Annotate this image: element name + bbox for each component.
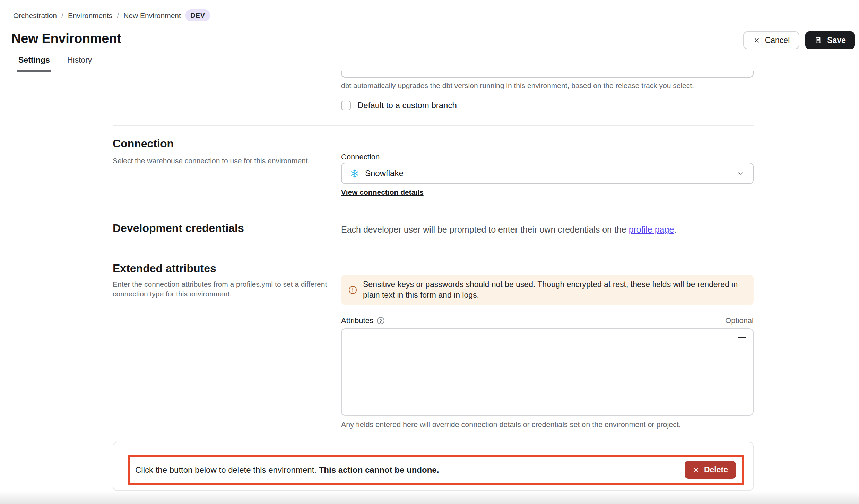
delete-text-bold: This action cannot be undone.	[319, 465, 439, 475]
attributes-helper-text: Any fields entered here will override co…	[341, 420, 681, 429]
tab-history[interactable]: History	[66, 55, 94, 71]
tab-settings[interactable]: Settings	[17, 55, 51, 72]
extended-attributes-description: Enter the connection attributes from a p…	[113, 279, 331, 299]
breadcrumb: Orchestration / Environments / New Envir…	[13, 9, 210, 21]
attributes-label: Attributes	[341, 316, 373, 325]
header-actions: Cancel Save	[743, 31, 855, 49]
breadcrumb-separator: /	[61, 11, 63, 20]
breadcrumb-item-new-environment[interactable]: New Environment	[123, 11, 181, 20]
sensitive-keys-warning: Sensitive keys or passwords should not b…	[341, 275, 754, 305]
cancel-button-label: Cancel	[765, 36, 790, 45]
delete-environment-highlight: Click the button below to delete this en…	[128, 455, 744, 485]
env-type-badge: DEV	[185, 9, 210, 21]
dev-credentials-text: Each developer user will be prompted to …	[341, 225, 676, 235]
cancel-button[interactable]: Cancel	[743, 31, 800, 49]
delete-environment-text: Click the button below to delete this en…	[135, 465, 439, 475]
delete-button[interactable]: Delete	[685, 461, 736, 479]
section-divider	[113, 247, 754, 247]
profile-page-link[interactable]: profile page	[629, 225, 674, 234]
tab-bar: Settings History	[17, 55, 93, 71]
connection-section-description: Select the warehouse connection to use f…	[113, 156, 310, 166]
help-icon[interactable]: ?	[377, 317, 384, 324]
warning-text: Sensitive keys or passwords should not b…	[363, 279, 747, 301]
warning-icon	[348, 285, 357, 295]
dev-credentials-section-title: Development credentials	[113, 222, 244, 235]
close-icon	[753, 36, 761, 44]
page-header: Orchestration / Environments / New Envir…	[0, 0, 859, 71]
dev-credentials-text-before: Each developer user will be prompted to …	[341, 225, 629, 234]
release-track-helper-text: dbt automatically upgrades the dbt versi…	[341, 81, 694, 90]
delete-environment-card: Click the button below to delete this en…	[113, 442, 754, 491]
custom-branch-row: Default to a custom branch	[341, 101, 457, 110]
connection-select[interactable]: Snowflake	[341, 163, 754, 184]
connection-section-title: Connection	[113, 137, 174, 150]
save-button-label: Save	[827, 36, 846, 45]
optional-label: Optional	[725, 316, 754, 325]
custom-branch-checkbox[interactable]	[341, 101, 351, 110]
breadcrumb-separator: /	[117, 11, 119, 20]
view-connection-details-link[interactable]: View connection details	[341, 188, 424, 197]
breadcrumb-item-orchestration[interactable]: Orchestration	[13, 11, 57, 20]
connection-selected-value: Snowflake	[365, 168, 404, 178]
chevron-down-icon	[736, 169, 745, 177]
release-track-field-partial[interactable]	[341, 71, 754, 78]
save-button[interactable]: Save	[805, 31, 855, 49]
snowflake-icon	[350, 169, 359, 178]
attributes-label-row: Attributes ? Optional	[341, 316, 754, 325]
page-title: New Environment	[11, 31, 121, 46]
delete-x-icon	[693, 467, 700, 473]
section-divider	[113, 125, 754, 126]
custom-branch-label: Default to a custom branch	[357, 101, 457, 110]
connection-field-label: Connection	[341, 153, 380, 162]
save-icon	[814, 36, 823, 44]
delete-button-label: Delete	[704, 465, 728, 475]
collapse-editor-icon[interactable]	[738, 337, 746, 338]
delete-text-normal: Click the button below to delete this en…	[135, 465, 319, 475]
section-divider	[113, 212, 754, 212]
extended-attributes-section-title: Extended attributes	[113, 262, 216, 275]
dev-credentials-text-after: .	[674, 225, 676, 234]
attributes-editor[interactable]	[341, 328, 754, 416]
new-environment-page: Orchestration / Environments / New Envir…	[0, 0, 859, 504]
page-bottom-fade	[0, 491, 859, 504]
breadcrumb-item-environments[interactable]: Environments	[68, 11, 112, 20]
